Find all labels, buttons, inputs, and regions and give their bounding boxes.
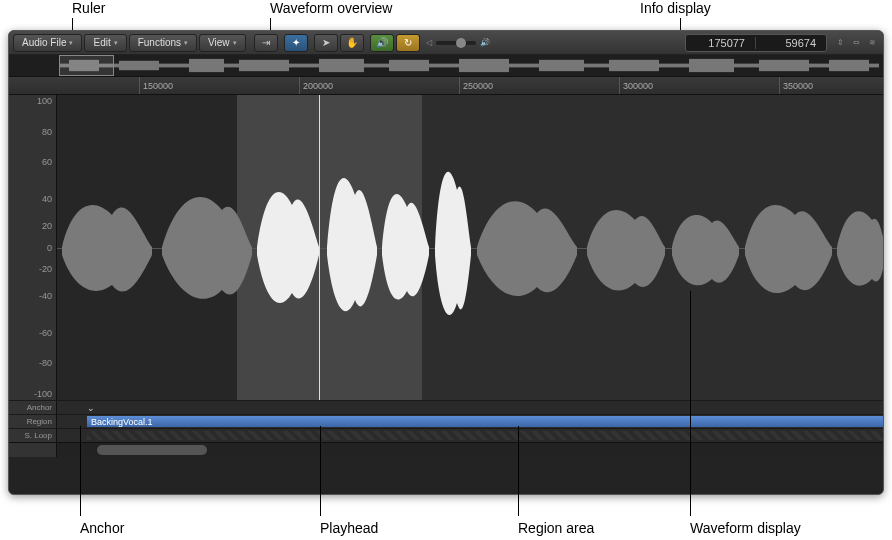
amp-tick: -100 [34, 389, 52, 399]
svg-rect-8 [539, 60, 584, 71]
ruler-tick: 300000 [619, 77, 653, 94]
anchor-marker[interactable]: ⌄ [87, 403, 95, 413]
region-area: Anchor ⌄ Region BackingVocal.1 S. Loop [9, 400, 883, 442]
volume-max-icon: 🔊 [480, 38, 490, 47]
preview-button[interactable]: 🔊 [370, 34, 394, 52]
lane-region-label: Region [9, 415, 57, 428]
lane-sloop: S. Loop [9, 428, 883, 442]
callout-anchor: Anchor [80, 520, 124, 536]
audio-file-editor: Audio File▾ Edit▾ Functions▾ View▾ ⇥ ✦ ➤… [8, 30, 884, 495]
flex-icon: ✦ [292, 37, 300, 48]
speaker-icon: 🔊 [376, 37, 388, 48]
vertical-zoom-icon[interactable]: ⇕ [833, 34, 847, 52]
lane-sloop-label: S. Loop [9, 429, 57, 442]
dropdown-triangle-icon: ▾ [69, 39, 73, 47]
menu-view[interactable]: View▾ [199, 34, 246, 52]
svg-rect-3 [189, 59, 224, 72]
hand-tool[interactable]: ✋ [340, 34, 364, 52]
svg-rect-4 [239, 60, 289, 71]
ruler-tick: 250000 [459, 77, 493, 94]
info-position[interactable]: 175077 [686, 37, 756, 49]
callout-ruler: Ruler [72, 0, 105, 16]
editor-footer [9, 456, 883, 495]
waveform-display[interactable]: 100 80 60 40 20 0 -20 -40 -60 -80 -100 [9, 95, 883, 400]
menu-audio-file[interactable]: Audio File▾ [13, 34, 82, 52]
catch-button[interactable]: ⇥ [254, 34, 278, 52]
hand-tool-icon: ✋ [346, 37, 358, 48]
flex-button[interactable]: ✦ [284, 34, 308, 52]
ruler-tick: 350000 [779, 77, 813, 94]
callout-info: Info display [640, 0, 711, 16]
playhead[interactable] [319, 95, 320, 400]
lane-anchor-label: Anchor [9, 401, 57, 414]
menu-functions[interactable]: Functions▾ [129, 34, 197, 52]
svg-rect-6 [389, 60, 429, 71]
amplitude-ruler: 100 80 60 40 20 0 -20 -40 -60 -80 -100 [9, 95, 57, 400]
waveform-canvas[interactable] [57, 95, 883, 400]
sloop-stripe [87, 431, 883, 440]
cycle-button[interactable]: ↻ [396, 34, 420, 52]
amp-tick: 80 [42, 127, 52, 137]
waveform-graphic [57, 95, 883, 400]
svg-rect-10 [689, 59, 734, 72]
time-ruler[interactable]: 150000 200000 250000 300000 350000 [9, 77, 883, 95]
menu-label: Audio File [22, 37, 66, 48]
callout-wavedisplay: Waveform display [690, 520, 801, 536]
amp-tick: -80 [39, 358, 52, 368]
ruler-tick: 150000 [139, 77, 173, 94]
menu-label: View [208, 37, 230, 48]
catch-mode-icon: ⇥ [262, 37, 270, 48]
info-display: 175077 59674 [685, 34, 827, 52]
amp-tick: -40 [39, 291, 52, 301]
svg-rect-12 [829, 60, 869, 71]
pointer-tool-icon: ➤ [322, 37, 330, 48]
svg-rect-2 [119, 61, 159, 70]
amp-tick: 60 [42, 157, 52, 167]
callout-playhead: Playhead [320, 520, 378, 536]
waveform-overview[interactable] [9, 55, 883, 77]
scroll-thumb[interactable] [97, 445, 207, 455]
amp-tick: 0 [47, 243, 52, 253]
waveform-zoom-icon[interactable]: ≋ [865, 34, 879, 52]
volume-slider[interactable] [436, 41, 476, 45]
ruler-tick: 200000 [299, 77, 333, 94]
info-length[interactable]: 59674 [756, 37, 826, 49]
lane-anchor: Anchor ⌄ [9, 400, 883, 414]
toolbar: Audio File▾ Edit▾ Functions▾ View▾ ⇥ ✦ ➤… [9, 31, 883, 55]
dropdown-triangle-icon: ▾ [184, 39, 188, 47]
amp-tick: 20 [42, 221, 52, 231]
overview-viewport[interactable] [59, 55, 114, 76]
amp-tick: 40 [42, 194, 52, 204]
callout-overview: Waveform overview [270, 0, 392, 16]
lane-region: Region BackingVocal.1 [9, 414, 883, 428]
pointer-tool[interactable]: ➤ [314, 34, 338, 52]
callout-region: Region area [518, 520, 594, 536]
svg-rect-5 [319, 59, 364, 72]
amp-tick: -20 [39, 264, 52, 274]
amp-tick: 100 [37, 96, 52, 106]
overview-waveform [59, 57, 879, 74]
volume-min-icon: ◁ [426, 38, 432, 47]
cycle-icon: ↻ [404, 37, 412, 48]
horizontal-scrollbar[interactable] [9, 442, 883, 456]
dropdown-triangle-icon: ▾ [233, 39, 237, 47]
menu-edit[interactable]: Edit▾ [84, 34, 126, 52]
region-bar[interactable]: BackingVocal.1 [87, 416, 883, 427]
svg-rect-11 [759, 60, 809, 71]
svg-rect-9 [609, 60, 659, 71]
menu-label: Functions [138, 37, 181, 48]
horizontal-zoom-icon[interactable]: ⇔ [849, 34, 863, 52]
dropdown-triangle-icon: ▾ [114, 39, 118, 47]
amp-tick: -60 [39, 328, 52, 338]
menu-label: Edit [93, 37, 110, 48]
svg-rect-7 [459, 59, 509, 72]
